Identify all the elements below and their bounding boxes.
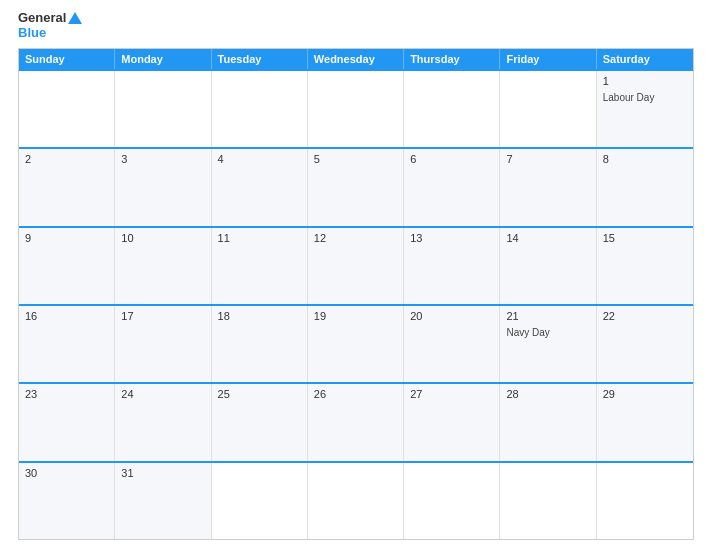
day-cell: 14	[500, 228, 596, 304]
day-number: 7	[506, 153, 589, 165]
day-cell: 29	[597, 384, 693, 460]
day-number: 31	[121, 467, 204, 479]
day-cell: 12	[308, 228, 404, 304]
calendar-container: GeneralBlue General SundayMondayTuesdayW…	[0, 0, 712, 550]
day-cell	[308, 463, 404, 539]
week-row-0: 1Labour Day	[19, 69, 693, 147]
day-number: 14	[506, 232, 589, 244]
day-number: 12	[314, 232, 397, 244]
logo-proper: GeneralBlue	[18, 10, 98, 40]
day-cell: 21Navy Day	[500, 306, 596, 382]
day-cell: 4	[212, 149, 308, 225]
day-cell: 27	[404, 384, 500, 460]
day-cell: 30	[19, 463, 115, 539]
day-cell: 9	[19, 228, 115, 304]
day-number: 10	[121, 232, 204, 244]
day-cell: 23	[19, 384, 115, 460]
calendar-grid: SundayMondayTuesdayWednesdayThursdayFrid…	[18, 48, 694, 540]
day-cell: 8	[597, 149, 693, 225]
day-cell: 20	[404, 306, 500, 382]
day-cell: 13	[404, 228, 500, 304]
day-cell	[404, 463, 500, 539]
header-row: GeneralBlue General	[18, 10, 694, 40]
day-number: 13	[410, 232, 493, 244]
day-number: 15	[603, 232, 687, 244]
day-cell	[500, 71, 596, 147]
day-event: Labour Day	[603, 92, 655, 103]
day-cell: 7	[500, 149, 596, 225]
day-header-sunday: Sunday	[19, 49, 115, 69]
day-cell: 31	[115, 463, 211, 539]
day-number: 17	[121, 310, 204, 322]
day-cell: 17	[115, 306, 211, 382]
day-header-thursday: Thursday	[404, 49, 500, 69]
day-number: 9	[25, 232, 108, 244]
day-cell: 28	[500, 384, 596, 460]
day-cell: 5	[308, 149, 404, 225]
week-row-2: 9101112131415	[19, 226, 693, 304]
calendar-weeks: 1Labour Day23456789101112131415161718192…	[19, 69, 693, 539]
day-number: 22	[603, 310, 687, 322]
day-number: 30	[25, 467, 108, 479]
day-cell: 1Labour Day	[597, 71, 693, 147]
day-number: 4	[218, 153, 301, 165]
day-cell	[597, 463, 693, 539]
day-header-tuesday: Tuesday	[212, 49, 308, 69]
day-number: 20	[410, 310, 493, 322]
day-cell: 26	[308, 384, 404, 460]
day-cell: 11	[212, 228, 308, 304]
day-cell	[308, 71, 404, 147]
day-number: 8	[603, 153, 687, 165]
day-number: 24	[121, 388, 204, 400]
day-headers: SundayMondayTuesdayWednesdayThursdayFrid…	[19, 49, 693, 69]
day-cell: 25	[212, 384, 308, 460]
day-cell	[115, 71, 211, 147]
day-cell: 10	[115, 228, 211, 304]
day-cell: 16	[19, 306, 115, 382]
day-header-wednesday: Wednesday	[308, 49, 404, 69]
day-number: 28	[506, 388, 589, 400]
day-cell	[212, 463, 308, 539]
day-number: 29	[603, 388, 687, 400]
day-number: 16	[25, 310, 108, 322]
day-cell: 22	[597, 306, 693, 382]
day-number: 19	[314, 310, 397, 322]
day-number: 1	[603, 75, 687, 87]
day-number: 25	[218, 388, 301, 400]
day-cell: 24	[115, 384, 211, 460]
day-number: 5	[314, 153, 397, 165]
day-number: 18	[218, 310, 301, 322]
day-cell: 18	[212, 306, 308, 382]
day-cell: 2	[19, 149, 115, 225]
day-cell: 19	[308, 306, 404, 382]
day-cell	[500, 463, 596, 539]
day-event: Navy Day	[506, 327, 549, 338]
day-header-friday: Friday	[500, 49, 596, 69]
day-number: 27	[410, 388, 493, 400]
day-number: 23	[25, 388, 108, 400]
week-row-5: 3031	[19, 461, 693, 539]
day-cell: 3	[115, 149, 211, 225]
day-number: 11	[218, 232, 301, 244]
day-header-saturday: Saturday	[597, 49, 693, 69]
day-cell	[19, 71, 115, 147]
day-number: 3	[121, 153, 204, 165]
week-row-4: 23242526272829	[19, 382, 693, 460]
day-number: 26	[314, 388, 397, 400]
day-number: 2	[25, 153, 108, 165]
week-row-3: 161718192021Navy Day22	[19, 304, 693, 382]
day-cell	[404, 71, 500, 147]
day-header-monday: Monday	[115, 49, 211, 69]
day-number: 6	[410, 153, 493, 165]
day-cell: 6	[404, 149, 500, 225]
week-row-1: 2345678	[19, 147, 693, 225]
day-cell	[212, 71, 308, 147]
day-number: 21	[506, 310, 589, 322]
day-cell: 15	[597, 228, 693, 304]
